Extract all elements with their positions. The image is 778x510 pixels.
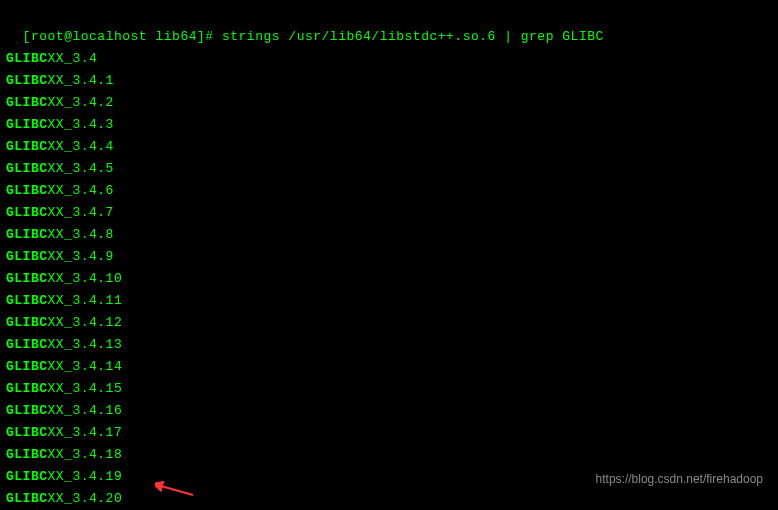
output-line: GLIBCXX_3.4.17 [6, 422, 772, 444]
grep-match: GLIBC [6, 161, 48, 176]
output-line: GLIBCXX_3.4.16 [6, 400, 772, 422]
grep-match: GLIBC [6, 315, 48, 330]
grep-match: GLIBC [6, 447, 48, 462]
grep-match: GLIBC [6, 491, 48, 506]
grep-match: GLIBC [6, 183, 48, 198]
output-suffix: XX_3.4.8 [48, 227, 114, 242]
output-line: GLIBCXX_3.4.9 [6, 246, 772, 268]
output-suffix: XX_3.4.1 [48, 73, 114, 88]
output-line: GLIBCXX_3.4.15 [6, 378, 772, 400]
grep-match: GLIBC [6, 95, 48, 110]
output-suffix: XX_3.4.13 [48, 337, 123, 352]
grep-match: GLIBC [6, 359, 48, 374]
output-suffix: XX_3.4.16 [48, 403, 123, 418]
output-suffix: XX_3.4.4 [48, 139, 114, 154]
output-suffix: XX_3.4.10 [48, 271, 123, 286]
command-input[interactable]: strings /usr/lib64/libstdc++.so.6 | grep… [222, 29, 604, 44]
prompt-user: root [31, 29, 64, 44]
output-suffix: XX_3.4.11 [48, 293, 123, 308]
output-suffix: XX_3.4.15 [48, 381, 123, 396]
grep-match: GLIBC [6, 469, 48, 484]
output-line: GLIBCXX_3.4.18 [6, 444, 772, 466]
output-line: GLIBCXX_3.4.13 [6, 334, 772, 356]
output-suffix: XX_3.4.18 [48, 447, 123, 462]
output-suffix: XX_3.4.3 [48, 117, 114, 132]
watermark-text: https://blog.csdn.net/firehadoop [596, 468, 763, 490]
annotation-arrow-icon [155, 481, 195, 505]
output-suffix: XX_3.4 [48, 51, 98, 66]
output-suffix: XX_3.4.7 [48, 205, 114, 220]
grep-match: GLIBC [6, 205, 48, 220]
grep-match: GLIBC [6, 381, 48, 396]
output-line: GLIBCXX_3.4.1 [6, 70, 772, 92]
prompt-host: localhost [72, 29, 147, 44]
grep-match: GLIBC [6, 337, 48, 352]
output-line: GLIBCXX_3.4 [6, 48, 772, 70]
output-line: GLIBCXX_3.4.7 [6, 202, 772, 224]
prompt-hash: # [205, 29, 222, 44]
grep-match: GLIBC [6, 139, 48, 154]
output-line: GLIBCXX_3.4.11 [6, 290, 772, 312]
output-suffix: XX_3.4.5 [48, 161, 114, 176]
output-suffix: XX_3.4.20 [48, 491, 123, 506]
grep-match: GLIBC [6, 271, 48, 286]
prompt-open-bracket: [ [23, 29, 31, 44]
grep-match: GLIBC [6, 51, 48, 66]
output-line: GLIBCXX_3.4.2 [6, 92, 772, 114]
command-prompt-line[interactable]: [root@localhost lib64]# strings /usr/lib… [6, 4, 772, 48]
grep-match: GLIBC [6, 293, 48, 308]
grep-match: GLIBC [6, 403, 48, 418]
output-suffix: XX_3.4.14 [48, 359, 123, 374]
terminal-output: GLIBCXX_3.4GLIBCXX_3.4.1GLIBCXX_3.4.2GLI… [6, 48, 772, 510]
grep-match: GLIBC [6, 249, 48, 264]
output-suffix: XX_3.4.12 [48, 315, 123, 330]
output-line: GLIBCXX_3.4.20 [6, 488, 772, 510]
output-line: GLIBCXX_3.4.10 [6, 268, 772, 290]
grep-match: GLIBC [6, 425, 48, 440]
svg-line-1 [161, 486, 193, 495]
output-suffix: XX_3.4.9 [48, 249, 114, 264]
output-line: GLIBCXX_3.4.4 [6, 136, 772, 158]
output-line: GLIBCXX_3.4.5 [6, 158, 772, 180]
grep-match: GLIBC [6, 117, 48, 132]
grep-match: GLIBC [6, 73, 48, 88]
output-suffix: XX_3.4.17 [48, 425, 123, 440]
grep-match: GLIBC [6, 227, 48, 242]
output-line: GLIBCXX_3.4.12 [6, 312, 772, 334]
output-line: GLIBCXX_3.4.14 [6, 356, 772, 378]
prompt-path: lib64 [155, 29, 197, 44]
output-line: GLIBCXX_3.4.3 [6, 114, 772, 136]
output-suffix: XX_3.4.2 [48, 95, 114, 110]
output-line: GLIBCXX_3.4.8 [6, 224, 772, 246]
output-suffix: XX_3.4.6 [48, 183, 114, 198]
output-suffix: XX_3.4.19 [48, 469, 123, 484]
output-line: GLIBCXX_3.4.6 [6, 180, 772, 202]
